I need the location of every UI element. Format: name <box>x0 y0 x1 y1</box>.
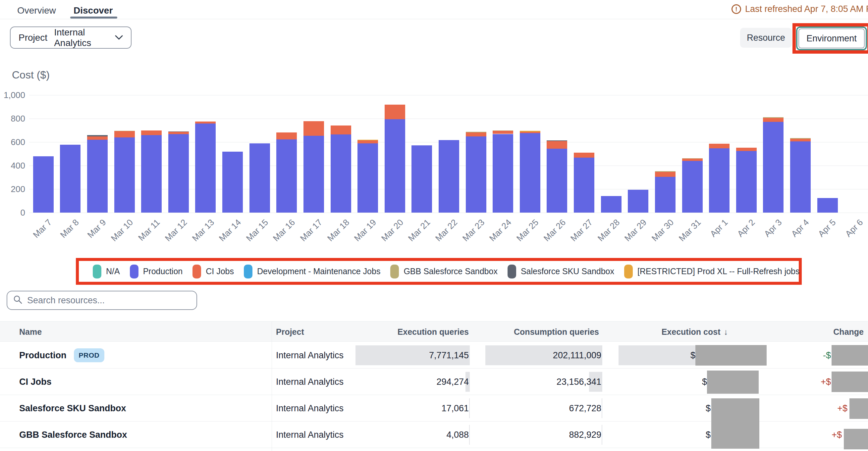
bar-segment <box>601 196 621 213</box>
legend-item[interactable]: GBB Salesforce Sandbox <box>390 265 498 279</box>
bar-segment <box>466 136 486 213</box>
bar-segment <box>763 118 783 122</box>
change-value: +$ <box>832 430 842 440</box>
bar-segment <box>682 159 703 161</box>
change-value: +$ <box>820 377 831 387</box>
column-header-project[interactable]: Project <box>276 322 304 342</box>
cell-value: 23,156,341 <box>557 377 602 387</box>
resource-toggle-button[interactable]: Resource <box>740 28 792 48</box>
redaction-box <box>832 372 868 392</box>
y-tick-label: 800 <box>11 113 25 124</box>
consumption-queries-cell: 672,728 <box>476 395 602 422</box>
legend-item[interactable]: [RESTRICTED] Prod XL -- Full-Refresh job… <box>624 265 799 279</box>
x-tick-label: Mar 25 <box>515 217 541 244</box>
execution-cost-cell: $ <box>613 395 739 422</box>
tab-overview[interactable]: Overview <box>17 5 56 16</box>
x-tick-label: Mar 21 <box>406 217 432 244</box>
project-filter-label: Project <box>19 32 48 43</box>
bar-segment <box>358 140 378 143</box>
bar-segment <box>655 172 676 177</box>
bar-segment <box>574 153 594 158</box>
execution-queries-cell: 7,771,145 <box>344 342 470 368</box>
y-tick-label: 1,000 <box>4 90 25 100</box>
legend-item[interactable]: N/A <box>93 265 120 279</box>
column-header-change[interactable]: Change <box>833 322 864 342</box>
x-tick-label: Mar 28 <box>595 217 621 244</box>
cell-value: 7,771,145 <box>429 350 470 361</box>
redaction-box <box>849 398 868 419</box>
table-row[interactable]: ProductionPRODInternal Analytics7,771,14… <box>0 342 868 368</box>
table-row[interactable]: CI JobsInternal Analytics294,27423,156,3… <box>0 368 868 395</box>
column-header-name[interactable]: Name <box>19 322 42 342</box>
bar-segment <box>141 135 162 213</box>
currency-prefix: $ <box>706 430 711 440</box>
x-tick-label: Mar 20 <box>379 217 405 244</box>
y-tick-label: 400 <box>11 160 25 171</box>
bar-segment <box>682 158 703 159</box>
bar-segment <box>358 140 378 140</box>
redaction-box <box>711 398 760 449</box>
column-header-label: Execution queries <box>398 327 469 337</box>
redaction-box <box>707 371 759 394</box>
change-value: -$ <box>823 350 831 361</box>
bar-segment <box>114 137 135 213</box>
legend-item[interactable]: Production <box>130 265 183 279</box>
consumption-queries-cell: 882,929 <box>476 422 602 448</box>
legend-swatch <box>244 265 252 279</box>
consumption-queries-cell: 202,111,009 <box>476 342 602 368</box>
bar-segment <box>385 119 405 213</box>
y-tick-label: 0 <box>21 207 25 218</box>
tab-discover[interactable]: Discover <box>73 5 113 16</box>
bar-segment <box>655 177 676 213</box>
column-header-label: Name <box>19 327 42 337</box>
legend-item[interactable]: Development - Maintenance Jobs <box>244 265 380 279</box>
search-input[interactable] <box>27 295 196 305</box>
chart-title: Cost ($) <box>12 69 50 81</box>
change-value: +$ <box>837 403 847 414</box>
bar-segment <box>87 136 108 140</box>
resource-name: CI Jobs <box>19 377 52 387</box>
consumption-queries-cell: 23,156,341 <box>476 368 602 395</box>
currency-prefix: $ <box>702 377 707 387</box>
bar-segment <box>276 139 297 213</box>
legend-item[interactable]: Salesforce SKU Sandbox <box>507 265 614 279</box>
column-header-execution-cost[interactable]: Execution cost↓ <box>661 322 728 342</box>
environment-toggle-button[interactable]: Environment <box>799 29 865 49</box>
resource-name: Production <box>19 350 67 361</box>
resource-name: Salesforce SKU Sandbox <box>19 403 126 414</box>
x-tick-label: Mar 31 <box>677 217 703 244</box>
table-row[interactable]: Salesforce SKU SandboxInternal Analytics… <box>0 395 868 422</box>
cell-value: 294,274 <box>436 377 470 387</box>
x-tick-label: Mar 15 <box>244 217 270 244</box>
bar-segment <box>709 144 730 148</box>
bar-segment <box>114 131 135 131</box>
bar-segment <box>736 151 757 213</box>
bar-segment <box>304 121 324 136</box>
legend-item[interactable]: CI Jobs <box>192 265 234 279</box>
column-header-label: Project <box>276 327 304 337</box>
cell-value: 202,111,009 <box>553 350 602 361</box>
x-tick-label: Mar 17 <box>298 217 324 244</box>
bar-segment <box>168 134 189 213</box>
legend-label: Salesforce SKU Sandbox <box>521 266 614 276</box>
execution-cost-cell: $ <box>613 368 739 395</box>
x-tick-label: Mar 9 <box>85 217 108 240</box>
legend-label: [RESTRICTED] Prod XL -- Full-Refresh job… <box>638 266 799 276</box>
y-tick-label: 200 <box>11 184 25 194</box>
project-filter-dropdown[interactable]: Project Internal Analytics <box>10 27 131 49</box>
legend-label: GBB Salesforce Sandbox <box>404 266 498 276</box>
column-header-execution-queries[interactable]: Execution queries <box>398 322 469 342</box>
y-tick-label: 600 <box>11 137 25 147</box>
column-header-consumption-queries[interactable]: Consumption queries <box>514 322 599 342</box>
last-refreshed-text: Last refreshed Apr 7, 8:05 AM PDT <box>745 4 868 14</box>
table-header: NameProjectExecution queriesConsumption … <box>0 321 868 342</box>
bar-segment <box>763 122 783 213</box>
x-tick-label: Mar 7 <box>31 217 54 240</box>
x-tick-label: Apr 3 <box>762 217 784 239</box>
bar-segment <box>304 136 324 213</box>
cell-value: 672,728 <box>569 403 602 414</box>
x-tick-label: Mar 18 <box>325 217 351 244</box>
legend-label: N/A <box>106 266 120 276</box>
x-tick-label: Mar 13 <box>190 217 216 244</box>
x-tick-label: Mar 22 <box>433 217 460 244</box>
